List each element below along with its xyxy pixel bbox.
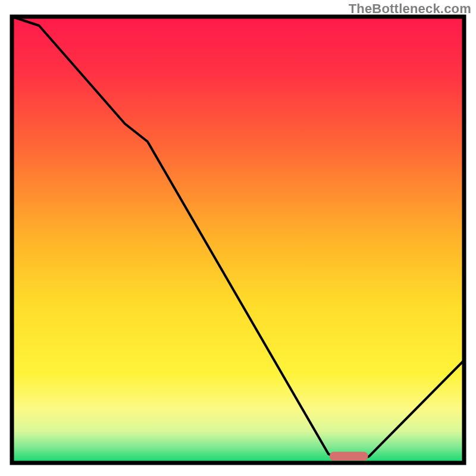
plot-background [12,17,464,463]
optimum-marker [330,452,368,461]
watermark-label: TheBottleneck.com [349,1,471,17]
chart-container: TheBottleneck.com [0,0,476,476]
bottleneck-chart [0,0,476,476]
